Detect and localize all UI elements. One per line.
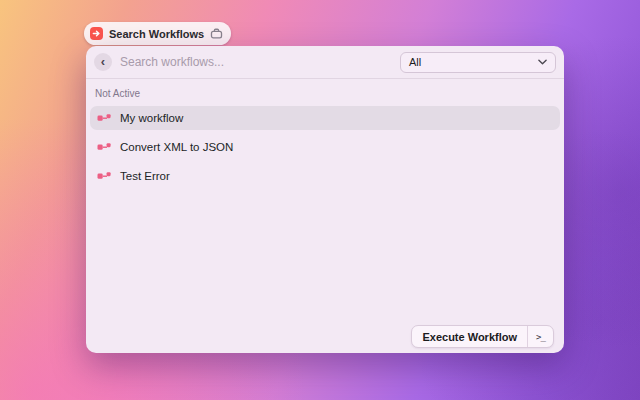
terminal-prompt-icon: >_ bbox=[528, 326, 553, 347]
list-item-label: Convert XML to JSON bbox=[120, 141, 233, 153]
workflow-list: My workflow Convert XML to JSON bbox=[86, 106, 564, 193]
chevron-left-icon: ‹ bbox=[101, 55, 105, 68]
list-item-label: Test Error bbox=[120, 170, 170, 182]
list-item-my-workflow[interactable]: My workflow bbox=[90, 106, 560, 130]
section-title: Not Active bbox=[95, 88, 564, 99]
extension-app-icon bbox=[90, 27, 103, 40]
list-item-convert-xml-to-json[interactable]: Convert XML to JSON bbox=[90, 135, 560, 159]
search-header: ‹ Search workflows... All bbox=[86, 46, 564, 78]
action-bar: Execute Workflow >_ bbox=[411, 325, 554, 348]
pill-title: Search Workflows bbox=[109, 28, 204, 40]
filter-dropdown[interactable]: All bbox=[400, 52, 556, 73]
briefcase-icon bbox=[210, 27, 223, 40]
list-item-label: My workflow bbox=[120, 112, 183, 124]
search-workflows-window: ‹ Search workflows... All Not Active bbox=[86, 46, 564, 353]
desktop-wallpaper: Search Workflows ‹ Search workflows... A… bbox=[0, 0, 640, 400]
chevron-down-icon bbox=[538, 59, 547, 65]
execute-workflow-label: Execute Workflow bbox=[412, 326, 527, 347]
execute-workflow-button[interactable]: Execute Workflow >_ bbox=[411, 325, 554, 348]
header-divider bbox=[86, 78, 564, 79]
window-title-pill[interactable]: Search Workflows bbox=[84, 22, 231, 45]
back-button[interactable]: ‹ bbox=[94, 53, 112, 71]
filter-selected-value: All bbox=[409, 56, 421, 68]
workflow-icon bbox=[97, 112, 111, 124]
workflow-icon bbox=[97, 141, 111, 153]
list-item-test-error[interactable]: Test Error bbox=[90, 164, 560, 188]
search-input[interactable]: Search workflows... bbox=[120, 55, 392, 69]
arrow-right-icon bbox=[92, 29, 101, 38]
workflow-icon bbox=[97, 170, 111, 182]
